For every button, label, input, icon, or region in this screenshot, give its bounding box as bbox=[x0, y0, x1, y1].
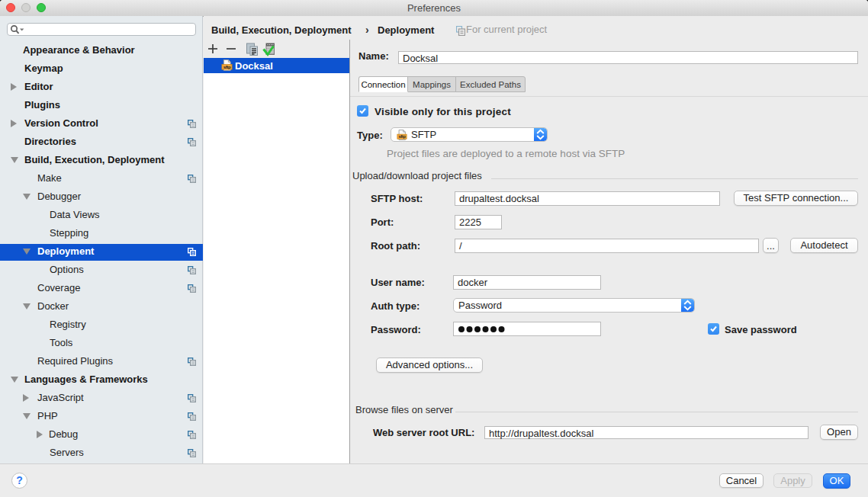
svg-text:sftp: sftp bbox=[399, 134, 407, 139]
svg-text:sftp: sftp bbox=[223, 64, 231, 69]
